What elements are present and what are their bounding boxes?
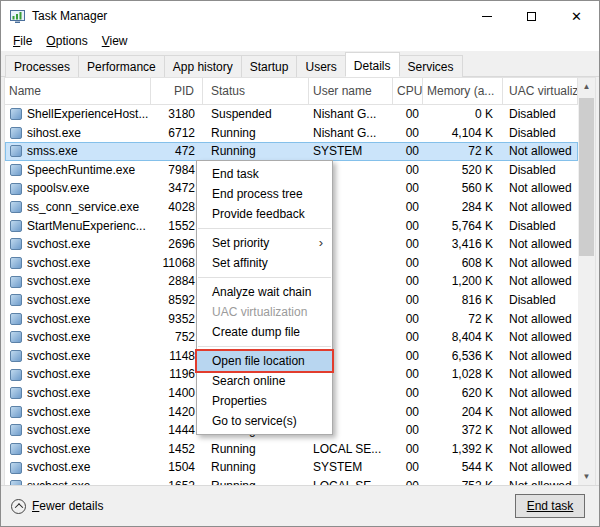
cell-uac: Disabled [503, 291, 578, 310]
submenu-arrow-icon: › [319, 233, 323, 253]
cell-name: svchost.exe [5, 347, 151, 366]
cell-status: Running [203, 440, 309, 459]
tab-app-history[interactable]: App history [164, 55, 242, 77]
cell-name: SpeechRuntime.exe [5, 161, 151, 180]
cell-uac: Not allowed [503, 458, 578, 477]
scroll-up-icon[interactable]: ▲ [578, 78, 595, 95]
context-menu-item-label: Open file location [212, 354, 305, 368]
context-menu-item-set-affinity[interactable]: Set affinity [197, 253, 332, 273]
context-menu-item-label: Create dump file [212, 325, 300, 339]
context-menu-item-search-online[interactable]: Search online [197, 371, 332, 391]
cell-cpu: 00 [393, 477, 423, 485]
column-header-cpu[interactable]: CPU [393, 78, 423, 104]
fewer-details-label: Fewer details [32, 499, 103, 513]
cell-status: Suspended [203, 105, 309, 124]
scroll-down-icon[interactable]: ▼ [578, 468, 595, 485]
context-menu-item-set-priority[interactable]: Set priority› [197, 233, 332, 253]
cell-name: svchost.exe [5, 403, 151, 422]
tab-processes[interactable]: Processes [5, 55, 79, 77]
maximize-button[interactable] [509, 1, 554, 31]
cell-name: svchost.exe [5, 384, 151, 403]
context-menu-item-label: End task [212, 167, 259, 181]
context-menu-item-analyze-wait-chain[interactable]: Analyze wait chain [197, 282, 332, 302]
context-menu-item-properties[interactable]: Properties [197, 391, 332, 411]
fewer-details-toggle[interactable]: Fewer details [11, 499, 103, 514]
cell-status: Running [203, 142, 309, 161]
cell-user: SYSTEM [309, 142, 393, 161]
cell-cpu: 00 [393, 365, 423, 384]
cell-memory: 72 K [423, 310, 503, 329]
context-menu-item-provide-feedback[interactable]: Provide feedback [197, 204, 332, 224]
menu-file[interactable]: File [6, 32, 39, 50]
cell-memory: 560 K [423, 179, 503, 198]
column-header-uac[interactable]: UAC virtualizat... [503, 78, 578, 104]
window-title: Task Manager [32, 9, 107, 23]
column-header-pid[interactable]: PID [151, 78, 203, 104]
table-row[interactable]: svchost.exe1652RunningLOCAL SE...00752 K… [5, 477, 578, 485]
cell-cpu: 00 [393, 254, 423, 273]
end-task-button[interactable]: End task [515, 494, 585, 518]
context-menu-item-uac-virtualization[interactable]: UAC virtualization [197, 302, 332, 322]
tab-users[interactable]: Users [296, 55, 345, 77]
cell-uac: Not allowed [503, 142, 578, 161]
table-row[interactable]: svchost.exe1452RunningLOCAL SE...001,392… [5, 440, 578, 459]
cell-memory: 3,416 K [423, 235, 503, 254]
process-name: spoolsv.exe [27, 179, 89, 198]
column-header-name[interactable]: Name [5, 78, 151, 104]
cell-memory: 204 K [423, 403, 503, 422]
cell-user: Nishant G... [309, 105, 393, 124]
process-name: svchost.exe [27, 254, 90, 273]
vertical-scrollbar[interactable]: ▲ ▼ [578, 78, 595, 485]
close-button[interactable]: ✕ [554, 1, 599, 31]
menu-options[interactable]: Options [39, 32, 94, 50]
minimize-icon [482, 16, 492, 17]
process-icon [10, 145, 22, 157]
context-menu-item-end-task[interactable]: End task [197, 164, 332, 184]
table-row[interactable]: ShellExperienceHost...3180SuspendedNisha… [5, 105, 578, 124]
menu-separator [198, 277, 331, 278]
table-row[interactable]: sihost.exe6712RunningNishant G...004,104… [5, 124, 578, 143]
context-menu-item-end-process-tree[interactable]: End process tree [197, 184, 332, 204]
cell-cpu: 00 [393, 198, 423, 217]
cell-memory: 816 K [423, 291, 503, 310]
cell-user: SYSTEM [309, 458, 393, 477]
tab-startup[interactable]: Startup [241, 55, 298, 77]
process-name: sihost.exe [27, 124, 81, 143]
cell-uac: Not allowed [503, 477, 578, 485]
cell-name: ShellExperienceHost... [5, 105, 151, 124]
cell-cpu: 00 [393, 440, 423, 459]
cell-memory: 752 K [423, 477, 503, 485]
cell-uac: Not allowed [503, 254, 578, 273]
cell-memory: 608 K [423, 254, 503, 273]
maximize-icon [527, 12, 536, 21]
cell-cpu: 00 [393, 217, 423, 236]
cell-name: svchost.exe [5, 310, 151, 329]
column-header-user[interactable]: User name [309, 78, 393, 104]
scrollbar-thumb[interactable] [579, 98, 594, 256]
cell-name: spoolsv.exe [5, 179, 151, 198]
process-icon [10, 313, 22, 325]
context-menu-item-create-dump-file[interactable]: Create dump file [197, 322, 332, 342]
context-menu-item-label: UAC virtualization [212, 305, 307, 319]
cell-pid: 6712 [151, 124, 203, 143]
table-row[interactable]: svchost.exe1504RunningSYSTEM00544 KNot a… [5, 458, 578, 477]
table-row-selected[interactable]: smss.exe472RunningSYSTEM0072 KNot allowe… [5, 142, 578, 161]
tab-details[interactable]: Details [345, 52, 400, 77]
chevron-up-icon [11, 499, 26, 514]
context-menu-item-go-to-service-s[interactable]: Go to service(s) [197, 411, 332, 431]
tab-services[interactable]: Services [399, 55, 463, 77]
cell-uac: Not allowed [503, 384, 578, 403]
context-menu-item-open-file-location[interactable]: Open file location [197, 351, 332, 371]
menu-view[interactable]: View [95, 32, 135, 50]
cell-memory: 284 K [423, 198, 503, 217]
column-header-status[interactable]: Status [203, 78, 309, 104]
process-icon [10, 108, 22, 120]
footer-bar: Fewer details End task [1, 485, 599, 526]
cell-memory: 8,404 K [423, 328, 503, 347]
process-icon [10, 424, 22, 436]
process-name: svchost.exe [27, 310, 90, 329]
cell-cpu: 00 [393, 347, 423, 366]
minimize-button[interactable] [464, 1, 509, 31]
tab-performance[interactable]: Performance [78, 55, 165, 77]
column-header-memory[interactable]: Memory (a... [423, 78, 503, 104]
